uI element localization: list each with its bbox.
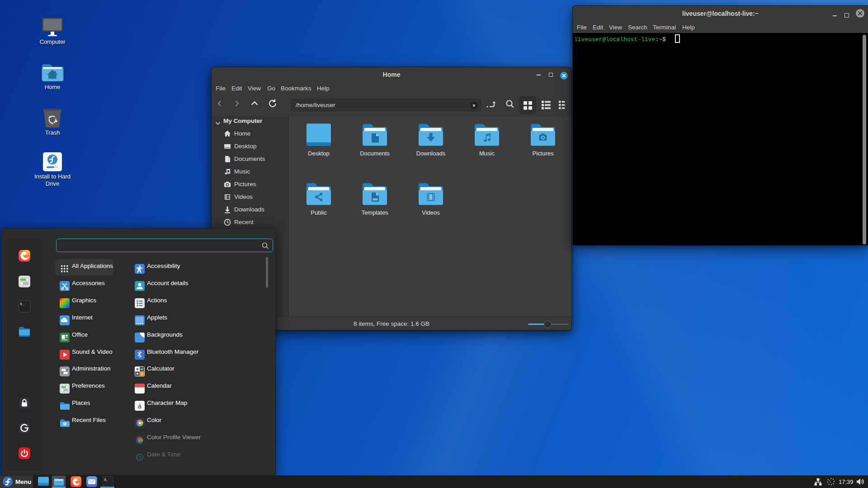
svg-text:$_: $_: [104, 478, 108, 482]
svg-text:$_: $_: [20, 302, 24, 306]
svg-text:á: á: [138, 403, 142, 410]
